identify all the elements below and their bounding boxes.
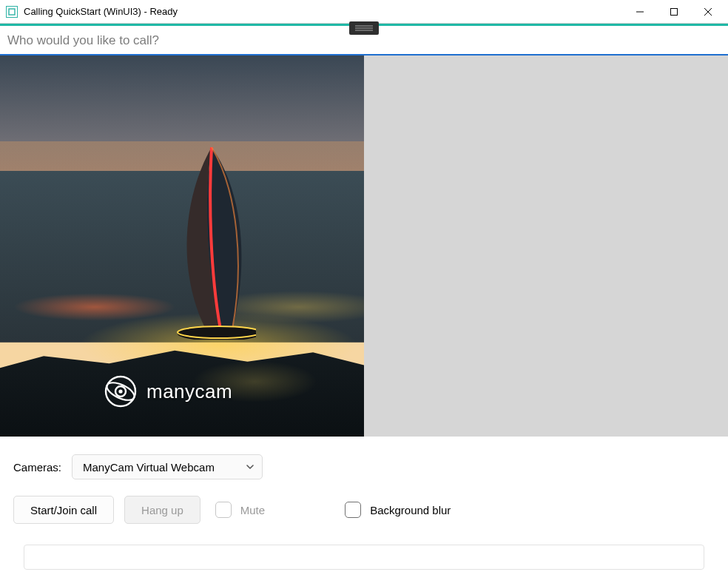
app-icon	[6, 6, 18, 18]
background-blur-label: Background blur	[370, 504, 451, 516]
window-minimize-button[interactable]	[623, 0, 657, 24]
watermark-text-bold: many	[146, 380, 195, 403]
camera-select-value: ManyCam Virtual Webcam	[83, 461, 215, 474]
callee-input-row	[0, 26, 728, 55]
svg-rect-2	[671, 8, 678, 15]
status-strip	[24, 545, 704, 570]
video-area: manycam	[0, 55, 728, 437]
hang-up-button: Hang up	[124, 496, 200, 524]
cameras-label: Cameras:	[13, 461, 61, 474]
checkbox-box-icon	[215, 502, 232, 518]
svg-rect-0	[9, 9, 15, 15]
chevron-down-icon	[246, 462, 255, 471]
mute-checkbox: Mute	[215, 502, 265, 518]
camera-watermark: manycam	[104, 374, 232, 408]
drag-handle-icon[interactable]	[349, 21, 379, 35]
remote-video-placeholder	[364, 55, 728, 437]
svg-point-10	[118, 389, 122, 393]
landmark-illustration	[167, 147, 256, 340]
start-join-call-label: Start/Join call	[30, 504, 97, 516]
hang-up-label: Hang up	[141, 504, 183, 516]
window-titlebar: Calling QuickStart (WinUI3) - Ready	[0, 0, 728, 24]
window-maximize-button[interactable]	[657, 0, 691, 24]
mute-label: Mute	[240, 504, 265, 516]
manycam-logo-icon	[104, 374, 138, 408]
camera-select[interactable]: ManyCam Virtual Webcam	[72, 454, 263, 479]
camera-selector-row: Cameras: ManyCam Virtual Webcam	[13, 454, 715, 479]
watermark-text-thin: cam	[195, 380, 233, 403]
background-blur-checkbox[interactable]: Background blur	[345, 502, 451, 518]
start-join-call-button[interactable]: Start/Join call	[13, 496, 114, 524]
window-close-button[interactable]	[691, 0, 725, 24]
checkbox-box-icon	[345, 502, 361, 518]
window-title: Calling QuickStart (WinUI3) - Ready	[24, 6, 623, 17]
local-video-tile: manycam	[0, 55, 364, 437]
call-buttons-row: Start/Join call Hang up Mute Background …	[13, 496, 715, 524]
